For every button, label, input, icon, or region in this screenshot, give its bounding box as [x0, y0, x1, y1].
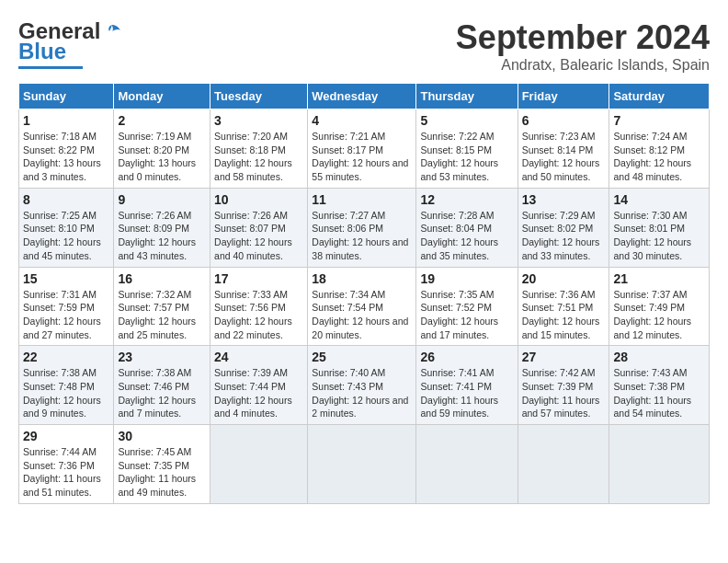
- day-info: Sunrise: 7:28 AMSunset: 8:04 PMDaylight:…: [420, 209, 513, 263]
- day-number: 23: [118, 350, 206, 364]
- day-number: 27: [522, 350, 606, 364]
- table-row: 26Sunrise: 7:41 AMSunset: 7:41 PMDayligh…: [416, 346, 518, 425]
- day-number: 29: [23, 429, 109, 443]
- day-number: 8: [23, 192, 109, 207]
- logo-underline: [18, 66, 83, 69]
- day-number: 10: [214, 192, 303, 207]
- table-row: 27Sunrise: 7:42 AMSunset: 7:39 PMDayligh…: [518, 346, 609, 425]
- table-row: 9Sunrise: 7:26 AMSunset: 8:09 PMDaylight…: [114, 188, 210, 267]
- table-row: 3Sunrise: 7:20 AMSunset: 8:18 PMDaylight…: [210, 109, 308, 189]
- day-number: 3: [214, 113, 303, 128]
- table-row: 5Sunrise: 7:22 AMSunset: 8:15 PMDaylight…: [416, 109, 518, 189]
- day-info: Sunrise: 7:18 AMSunset: 8:22 PMDaylight:…: [23, 130, 109, 184]
- table-row: 1Sunrise: 7:18 AMSunset: 8:22 PMDaylight…: [19, 109, 114, 189]
- calendar-week-row: 29Sunrise: 7:44 AMSunset: 7:36 PMDayligh…: [19, 425, 710, 504]
- day-info: Sunrise: 7:21 AMSunset: 8:17 PMDaylight:…: [312, 130, 412, 184]
- col-saturday: Saturday: [609, 84, 710, 109]
- day-info: Sunrise: 7:32 AMSunset: 7:57 PMDaylight:…: [118, 288, 206, 342]
- table-row: [609, 425, 710, 504]
- table-row: 12Sunrise: 7:28 AMSunset: 8:04 PMDayligh…: [416, 188, 518, 267]
- day-number: 12: [420, 192, 513, 207]
- header-row: Sunday Monday Tuesday Wednesday Thursday…: [19, 84, 710, 109]
- day-number: 17: [214, 271, 303, 286]
- day-info: Sunrise: 7:24 AMSunset: 8:12 PMDaylight:…: [613, 130, 705, 184]
- table-row: [518, 425, 609, 504]
- day-number: 26: [420, 350, 513, 364]
- col-friday: Friday: [518, 84, 609, 109]
- table-row: 18Sunrise: 7:34 AMSunset: 7:54 PMDayligh…: [308, 267, 416, 346]
- table-row: 25Sunrise: 7:40 AMSunset: 7:43 PMDayligh…: [308, 346, 416, 425]
- location-title: Andratx, Balearic Islands, Spain: [456, 57, 710, 74]
- day-info: Sunrise: 7:41 AMSunset: 7:41 PMDaylight:…: [420, 366, 513, 420]
- day-info: Sunrise: 7:25 AMSunset: 8:10 PMDaylight:…: [23, 209, 109, 263]
- day-number: 19: [420, 271, 513, 286]
- day-info: Sunrise: 7:31 AMSunset: 7:59 PMDaylight:…: [23, 288, 109, 342]
- day-info: Sunrise: 7:34 AMSunset: 7:54 PMDaylight:…: [312, 288, 412, 342]
- table-row: 22Sunrise: 7:38 AMSunset: 7:48 PMDayligh…: [19, 346, 114, 425]
- logo: General Blue: [18, 18, 122, 69]
- day-number: 16: [118, 271, 206, 286]
- month-title: September 2024: [456, 18, 710, 57]
- day-number: 9: [118, 192, 206, 207]
- day-number: 11: [312, 192, 412, 207]
- day-info: Sunrise: 7:43 AMSunset: 7:38 PMDaylight:…: [613, 366, 705, 420]
- day-info: Sunrise: 7:27 AMSunset: 8:06 PMDaylight:…: [312, 209, 412, 263]
- day-number: 7: [613, 113, 705, 128]
- table-row: 8Sunrise: 7:25 AMSunset: 8:10 PMDaylight…: [19, 188, 114, 267]
- logo-bird-icon: [102, 21, 122, 41]
- table-row: [416, 425, 518, 504]
- day-number: 20: [522, 271, 606, 286]
- day-info: Sunrise: 7:33 AMSunset: 7:56 PMDaylight:…: [214, 288, 303, 342]
- table-row: 21Sunrise: 7:37 AMSunset: 7:49 PMDayligh…: [609, 267, 710, 346]
- day-number: 25: [312, 350, 412, 364]
- table-row: 23Sunrise: 7:38 AMSunset: 7:46 PMDayligh…: [114, 346, 210, 425]
- day-info: Sunrise: 7:40 AMSunset: 7:43 PMDaylight:…: [312, 366, 412, 420]
- table-row: 10Sunrise: 7:26 AMSunset: 8:07 PMDayligh…: [210, 188, 308, 267]
- calendar-table: Sunday Monday Tuesday Wednesday Thursday…: [18, 83, 710, 504]
- table-row: 11Sunrise: 7:27 AMSunset: 8:06 PMDayligh…: [308, 188, 416, 267]
- day-number: 5: [420, 113, 513, 128]
- table-row: 7Sunrise: 7:24 AMSunset: 8:12 PMDaylight…: [609, 109, 710, 189]
- day-info: Sunrise: 7:45 AMSunset: 7:35 PMDaylight:…: [118, 445, 206, 500]
- day-number: 24: [214, 350, 303, 364]
- day-number: 4: [312, 113, 412, 128]
- day-info: Sunrise: 7:38 AMSunset: 7:46 PMDaylight:…: [118, 366, 206, 420]
- day-info: Sunrise: 7:39 AMSunset: 7:44 PMDaylight:…: [214, 366, 303, 420]
- col-thursday: Thursday: [416, 84, 518, 109]
- col-wednesday: Wednesday: [308, 84, 416, 109]
- day-number: 15: [23, 271, 109, 286]
- day-info: Sunrise: 7:30 AMSunset: 8:01 PMDaylight:…: [613, 209, 705, 263]
- calendar-week-row: 8Sunrise: 7:25 AMSunset: 8:10 PMDaylight…: [19, 188, 710, 267]
- header: General Blue September 2024 Andratx, Bal…: [18, 18, 710, 74]
- logo-blue: Blue: [18, 39, 66, 64]
- day-number: 22: [23, 350, 109, 364]
- table-row: 4Sunrise: 7:21 AMSunset: 8:17 PMDaylight…: [308, 109, 416, 189]
- day-info: Sunrise: 7:20 AMSunset: 8:18 PMDaylight:…: [214, 130, 303, 184]
- calendar-week-row: 1Sunrise: 7:18 AMSunset: 8:22 PMDaylight…: [19, 109, 710, 189]
- day-number: 6: [522, 113, 606, 128]
- day-info: Sunrise: 7:26 AMSunset: 8:07 PMDaylight:…: [214, 209, 303, 263]
- day-info: Sunrise: 7:38 AMSunset: 7:48 PMDaylight:…: [23, 366, 109, 420]
- table-row: 15Sunrise: 7:31 AMSunset: 7:59 PMDayligh…: [19, 267, 114, 346]
- table-row: 30Sunrise: 7:45 AMSunset: 7:35 PMDayligh…: [114, 425, 210, 504]
- day-info: Sunrise: 7:44 AMSunset: 7:36 PMDaylight:…: [23, 445, 109, 500]
- table-row: 24Sunrise: 7:39 AMSunset: 7:44 PMDayligh…: [210, 346, 308, 425]
- day-number: 13: [522, 192, 606, 207]
- day-number: 28: [613, 350, 705, 364]
- table-row: 28Sunrise: 7:43 AMSunset: 7:38 PMDayligh…: [609, 346, 710, 425]
- day-info: Sunrise: 7:19 AMSunset: 8:20 PMDaylight:…: [118, 130, 206, 184]
- table-row: 17Sunrise: 7:33 AMSunset: 7:56 PMDayligh…: [210, 267, 308, 346]
- day-info: Sunrise: 7:23 AMSunset: 8:14 PMDaylight:…: [522, 130, 606, 184]
- table-row: [210, 425, 308, 504]
- day-number: 2: [118, 113, 206, 128]
- day-info: Sunrise: 7:37 AMSunset: 7:49 PMDaylight:…: [613, 288, 705, 342]
- title-area: September 2024 Andratx, Balearic Islands…: [456, 18, 710, 74]
- day-info: Sunrise: 7:35 AMSunset: 7:52 PMDaylight:…: [420, 288, 513, 342]
- table-row: 13Sunrise: 7:29 AMSunset: 8:02 PMDayligh…: [518, 188, 609, 267]
- day-number: 30: [118, 429, 206, 443]
- col-sunday: Sunday: [19, 84, 114, 109]
- table-row: 20Sunrise: 7:36 AMSunset: 7:51 PMDayligh…: [518, 267, 609, 346]
- table-row: 6Sunrise: 7:23 AMSunset: 8:14 PMDaylight…: [518, 109, 609, 189]
- calendar-week-row: 22Sunrise: 7:38 AMSunset: 7:48 PMDayligh…: [19, 346, 710, 425]
- day-info: Sunrise: 7:22 AMSunset: 8:15 PMDaylight:…: [420, 130, 513, 184]
